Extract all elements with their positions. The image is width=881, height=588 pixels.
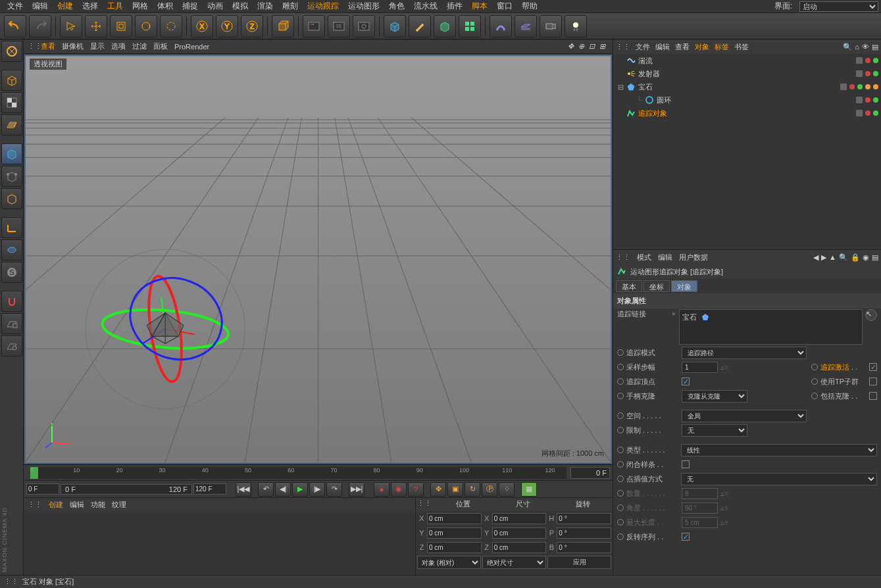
prop-input[interactable]: [682, 362, 718, 373]
editor-vis-toggle[interactable]: [865, 71, 870, 76]
vp-view[interactable]: 查看: [41, 41, 55, 51]
mat-tex[interactable]: 纹理: [112, 500, 126, 510]
range-slider[interactable]: 0 F120 F: [61, 484, 192, 495]
record-button[interactable]: ●: [374, 482, 390, 497]
prop-checkbox[interactable]: ✓: [682, 378, 690, 385]
prop-select[interactable]: 无: [682, 424, 747, 437]
rotate-button[interactable]: [135, 15, 157, 37]
editor-vis-toggle[interactable]: [849, 84, 855, 89]
menu-snap[interactable]: 捕捉: [178, 1, 203, 12]
workplane-button[interactable]: [1, 114, 22, 135]
am-up-icon[interactable]: ▲: [829, 253, 836, 262]
render-pv-button[interactable]: [328, 15, 350, 37]
x-axis-button[interactable]: X: [191, 15, 213, 37]
am-back-icon[interactable]: ◀: [813, 253, 818, 262]
prop-checkbox[interactable]: ✓: [682, 533, 690, 541]
size-z-field[interactable]: [492, 542, 547, 553]
planar-workplane-button[interactable]: [1, 335, 22, 356]
menu-mograph[interactable]: 运动图形: [343, 1, 384, 12]
layer-toggle[interactable]: [856, 110, 863, 116]
render-settings-button[interactable]: [353, 15, 375, 37]
live-select-button[interactable]: [60, 15, 82, 37]
key-rot-button[interactable]: ↻: [465, 482, 480, 497]
prop-select[interactable]: 追踪路径: [682, 347, 807, 359]
render-vis-toggle[interactable]: [873, 71, 878, 76]
anim-dot[interactable]: [617, 504, 624, 511]
soft-sel-button[interactable]: [1, 239, 22, 260]
render-vis-toggle[interactable]: [873, 110, 878, 116]
camera-button[interactable]: [540, 15, 562, 37]
prop-checkbox[interactable]: ✓: [869, 363, 877, 371]
menu-sculpt[interactable]: 雕刻: [278, 1, 303, 12]
y-axis-button[interactable]: Y: [216, 15, 238, 37]
link-field[interactable]: 宝石: [679, 309, 863, 345]
autokey-button[interactable]: ◉: [391, 482, 407, 497]
viewport[interactable]: 透视视图 X Y 网格间距 : 1000 cm: [24, 55, 612, 464]
coord-apply-button[interactable]: 应用: [547, 556, 611, 569]
menu-tools[interactable]: 工具: [103, 1, 128, 12]
subtab-object[interactable]: 对象: [671, 280, 697, 292]
redo-button[interactable]: [29, 15, 51, 37]
anim-dot[interactable]: [617, 393, 624, 399]
start-frame-field[interactable]: [26, 483, 59, 495]
am-edit[interactable]: 编辑: [658, 253, 672, 262]
current-frame-field[interactable]: 0 F: [570, 467, 610, 479]
keyframe-sel-button[interactable]: ?: [408, 482, 424, 497]
tree-item-追踪对象[interactable]: 追踪对象: [613, 107, 881, 120]
menu-window[interactable]: 窗口: [492, 1, 517, 12]
coord-sys-button[interactable]: [272, 15, 294, 37]
vp-options[interactable]: 选项: [111, 41, 126, 51]
menu-mesh[interactable]: 网格: [128, 1, 153, 12]
prop-checkbox[interactable]: [869, 378, 877, 385]
light-button[interactable]: [565, 15, 587, 37]
make-editable-button[interactable]: [1, 41, 22, 62]
am-new-icon[interactable]: ◉: [863, 253, 869, 262]
menu-anim[interactable]: 动画: [203, 1, 228, 12]
menu-select[interactable]: 选择: [78, 1, 103, 12]
anim-dot[interactable]: [617, 412, 624, 419]
layer-toggle[interactable]: [840, 84, 847, 90]
object-tree[interactable]: 湍流发射器⊟宝石└圆环追踪对象: [613, 54, 881, 249]
move-button[interactable]: [85, 15, 107, 37]
prop-checkbox[interactable]: [869, 392, 877, 400]
menu-help[interactable]: 帮助: [517, 1, 542, 12]
tag-icon[interactable]: [865, 84, 870, 89]
anim-dot[interactable]: [617, 427, 624, 433]
menu-render[interactable]: 渲染: [253, 1, 278, 12]
prop-select[interactable]: 线性: [681, 444, 877, 456]
prop-select[interactable]: 无: [681, 473, 877, 485]
prop-checkbox[interactable]: [682, 460, 690, 468]
pos-z-field[interactable]: [427, 542, 482, 553]
editor-vis-toggle[interactable]: [865, 97, 870, 103]
vp-nav1-icon[interactable]: ✥: [568, 42, 577, 51]
mat-func[interactable]: 功能: [91, 500, 105, 510]
rot-h-field[interactable]: [557, 513, 611, 524]
vp-nav3-icon[interactable]: ⊡: [589, 42, 598, 51]
key-pos-button[interactable]: ✥: [430, 482, 446, 497]
am-lock-icon[interactable]: 🔒: [851, 253, 860, 262]
picker-button[interactable]: ↖: [865, 309, 877, 321]
vp-nav4-icon[interactable]: ⊞: [599, 42, 609, 51]
anim-dot[interactable]: [617, 519, 624, 526]
rot-b-field[interactable]: [557, 542, 611, 553]
object-mode-button[interactable]: [1, 143, 22, 164]
key-pla-button[interactable]: ⁘: [499, 482, 515, 497]
om-object[interactable]: 对象: [695, 42, 709, 52]
om-view[interactable]: 查看: [675, 42, 690, 52]
anim-dot[interactable]: [617, 490, 624, 497]
prop-select[interactable]: 克隆从克隆: [682, 390, 747, 403]
key-scale-button[interactable]: ▣: [447, 482, 463, 497]
anim-dot[interactable]: [617, 364, 624, 370]
edge-mode-button[interactable]: [1, 188, 22, 209]
tweak-button[interactable]: S: [1, 262, 22, 283]
expand-icon[interactable]: ⊟: [617, 83, 624, 91]
tree-item-宝石[interactable]: ⊟宝石: [613, 80, 881, 93]
om-bookmarks[interactable]: 书签: [734, 42, 749, 52]
editor-vis-toggle[interactable]: [865, 58, 870, 63]
array-button[interactable]: [459, 15, 481, 37]
floor-button[interactable]: [515, 15, 537, 37]
render-vis-toggle[interactable]: [873, 97, 878, 103]
om-home-icon[interactable]: ⌂: [855, 43, 859, 51]
am-search-icon[interactable]: 🔍: [839, 253, 848, 262]
subtab-coord[interactable]: 坐标: [643, 280, 670, 292]
